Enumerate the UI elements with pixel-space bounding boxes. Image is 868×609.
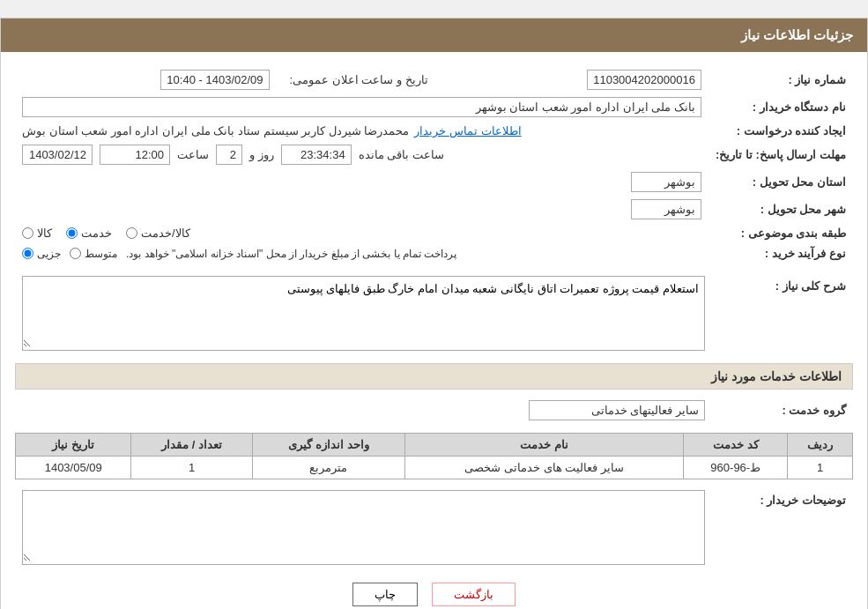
service-group-table: گروه خدمت : سایر فعالیتهای خدماتی: [15, 397, 853, 424]
service-group-value: سایر فعالیتهای خدماتی: [15, 397, 712, 424]
purchase-type-motavaset-radio[interactable]: [70, 248, 81, 259]
buyer-org-box: بانک ملی ایران اداره امور شعب استان بوشه…: [22, 97, 701, 117]
category-label: طبقه بندی موضوعی :: [708, 223, 853, 243]
announcement-date-box: 1403/02/09 - 10:40: [160, 70, 269, 90]
category-kala-label: کالا: [37, 227, 52, 240]
category-khedmat-label: خدمت: [81, 227, 112, 240]
back-button[interactable]: بازگشت: [432, 583, 516, 606]
page-wrapper: جزئیات اطلاعات نیاز شماره نیاز : 1103004…: [0, 18, 868, 609]
button-row: بازگشت چاپ: [15, 583, 853, 606]
cell-need-date: 1403/05/09: [16, 457, 131, 479]
page-header: جزئیات اطلاعات نیاز: [1, 19, 867, 52]
purchase-type-value: پرداخت تمام یا بخشی از مبلغ خریدار از مح…: [15, 243, 708, 264]
cell-quantity: 1: [131, 457, 252, 479]
general-desc-label: شرح کلی نیاز :: [712, 272, 853, 354]
col-unit: واحد اندازه گیری: [252, 434, 404, 457]
purchase-type-jozi-radio[interactable]: [22, 248, 33, 259]
service-group-box: سایر فعالیتهای خدماتی: [529, 400, 705, 420]
requester-label: ایجاد کننده درخواست :: [708, 121, 853, 141]
purchase-type-motavaset[interactable]: متوسط: [70, 248, 117, 260]
general-desc-table: شرح کلی نیاز :: [15, 272, 853, 354]
need-number-value: 1103004202000016: [435, 66, 708, 93]
col-service-code: کد خدمت: [684, 434, 788, 457]
col-row-num: ردیف: [788, 434, 853, 457]
services-table: ردیف کد خدمت نام خدمت واحد اندازه گیری ت…: [15, 433, 853, 479]
category-kala[interactable]: کالا: [22, 227, 52, 240]
announcement-date-label: تاریخ و ساعت اعلان عمومی:: [277, 66, 435, 93]
send-deadline-value: ساعت باقی مانده 23:34:34 روز و 2 ساعت 12…: [15, 141, 708, 168]
category-kala-khedmat-radio[interactable]: [126, 227, 137, 239]
cell-service-name: سایر فعالیت های خدماتی شخصی: [405, 457, 684, 479]
requester-name: محمدرضا شیردل کاربر سیستم ستاد بانک ملی …: [22, 124, 409, 137]
table-row: 1 ط-96-960 سایر فعالیت های خدماتی شخصی م…: [16, 457, 853, 479]
purchase-type-jozi-label: جزیی: [37, 248, 61, 260]
delivery-city-label: شهر محل تحویل :: [708, 196, 853, 223]
requester-contact-link[interactable]: اطلاعات تماس خریدار: [414, 124, 521, 137]
delivery-province-value: بوشهر: [15, 168, 708, 196]
buyer-desc-label: توضیحات خریدار :: [712, 486, 853, 568]
requester-value: اطلاعات تماس خریدار محمدرضا شیردل کاربر …: [15, 121, 708, 141]
category-kala-khedmat[interactable]: کالا/خدمت: [126, 227, 190, 240]
buyer-desc-textarea[interactable]: [23, 491, 704, 561]
category-kala-khedmat-label: کالا/خدمت: [141, 227, 190, 240]
category-value: کالا/خدمت خدمت کالا: [15, 223, 708, 243]
buyer-desc-wrapper: [22, 490, 705, 565]
col-quantity: تعداد / مقدار: [131, 434, 252, 457]
deadline-time-box: 12:00: [100, 145, 170, 165]
page-title: جزئیات اطلاعات نیاز: [741, 27, 853, 42]
category-khedmat[interactable]: خدمت: [66, 227, 112, 240]
page-content: شماره نیاز : 1103004202000016 تاریخ و سا…: [1, 52, 867, 609]
print-button[interactable]: چاپ: [352, 583, 418, 606]
info-table: شماره نیاز : 1103004202000016 تاریخ و سا…: [15, 66, 853, 264]
delivery-city-value: بوشهر: [15, 196, 708, 223]
purchase-type-label: نوع فرآیند خرید :: [708, 243, 853, 264]
need-number-label: شماره نیاز :: [708, 66, 853, 93]
deadline-date-box: 1403/02/12: [22, 145, 93, 165]
buyer-desc-table: توضیحات خریدار :: [15, 486, 853, 568]
general-desc-textarea[interactable]: [23, 277, 704, 347]
category-khedmat-radio[interactable]: [66, 227, 78, 239]
purchase-type-motavaset-label: متوسط: [85, 248, 117, 260]
days-box: 2: [216, 145, 242, 165]
purchase-type-jozi[interactable]: جزیی: [22, 248, 61, 260]
day-label: روز و: [249, 148, 274, 161]
cell-unit: مترمربع: [252, 457, 404, 479]
delivery-city-box: بوشهر: [631, 199, 701, 219]
remaining-time-box: 23:34:34: [281, 145, 352, 165]
service-group-label: گروه خدمت :: [712, 397, 853, 424]
general-desc-value: [15, 272, 712, 354]
col-service-name: نام خدمت: [405, 434, 684, 457]
buyer-org-label: نام دستگاه خریدار :: [708, 93, 853, 121]
announcement-date-value: 1403/02/09 - 10:40: [15, 66, 277, 93]
category-kala-radio[interactable]: [22, 227, 33, 239]
general-desc-wrapper: [22, 276, 705, 351]
services-section-title: اطلاعات خدمات مورد نیاز: [15, 363, 853, 390]
col-need-date: تاریخ نیاز: [16, 434, 131, 457]
send-deadline-label: مهلت ارسال پاسخ: تا تاریخ:: [708, 141, 853, 168]
purchase-type-note: پرداخت تمام یا بخشی از مبلغ خریدار از مح…: [126, 248, 456, 260]
cell-row-num: 1: [788, 457, 853, 479]
time-label: ساعت: [177, 148, 209, 161]
need-number-box: 1103004202000016: [587, 70, 701, 90]
remaining-label: ساعت باقی مانده: [359, 148, 444, 161]
buyer-org-value: بانک ملی ایران اداره امور شعب استان بوشه…: [15, 93, 708, 121]
buyer-desc-value: [15, 486, 712, 568]
delivery-province-label: استان محل تحویل :: [708, 168, 853, 196]
cell-service-code: ط-96-960: [684, 457, 788, 479]
delivery-province-box: بوشهر: [631, 172, 701, 192]
